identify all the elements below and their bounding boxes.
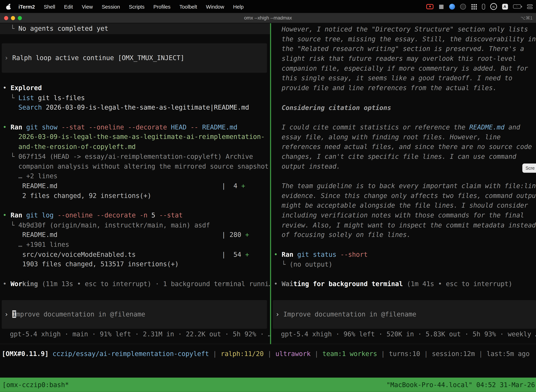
text-segment: git show — [26, 123, 57, 131]
text-segment: + — [241, 182, 245, 190]
text-segment: --stat --oneline --decorate — [61, 123, 167, 131]
text-segment: • — [3, 211, 10, 219]
text-segment: slight risk that future readers may over… — [274, 55, 516, 62]
text-segment: team:1 workers — [322, 350, 377, 357]
text-segment — [54, 211, 57, 219]
tmux-status-bar: [omx-cczip0:bash* "MacBook-Pro-44.local"… — [0, 378, 536, 392]
menu-status-icons: ▦ .61 A ϟ — [426, 3, 533, 10]
menu-item-view[interactable]: View — [82, 4, 93, 9]
blue-app-icon[interactable] — [449, 4, 455, 9]
meter-icon[interactable]: .61 — [490, 3, 497, 10]
text-segment: | — [475, 350, 487, 357]
apple-menu-icon[interactable] — [6, 4, 11, 9]
text-segment: └ — [274, 260, 289, 268]
battery-icon[interactable]: ϟ — [513, 5, 522, 9]
text-segment: README.md — [3, 231, 57, 238]
menu-item-window[interactable]: Window — [206, 4, 224, 9]
grid-app-icon[interactable]: ▦ — [439, 4, 444, 9]
text-segment: ting for background terminal — [293, 280, 403, 288]
text-segment: evidence. Since this change only affects… — [274, 192, 536, 199]
text-segment: The team guideline is to back every impo… — [274, 182, 536, 190]
text-line: the source tree, missing the essay. Stil… — [274, 34, 536, 44]
control-center-icon[interactable] — [527, 4, 532, 9]
menu-item-scripts[interactable]: Scripts — [129, 4, 144, 9]
prompt-input-left[interactable]: › Improve documentation in @filename — [2, 300, 267, 329]
text-segment: session:12m — [432, 350, 475, 357]
text-line: • Waiting for background terminal (1m 41… — [274, 279, 536, 289]
text-segment: including verification notes with those … — [274, 211, 524, 219]
text-segment — [147, 211, 151, 219]
text-line: [OMX#0.11.9] cczip/essay/ai-reimplementa… — [2, 349, 536, 359]
text-line: • Working (11m 13s • esc to interrupt) ·… — [3, 279, 270, 289]
text-segment: README.md — [469, 123, 505, 131]
text-segment: review. Also, I might want to inspect th… — [274, 221, 536, 229]
text-line: └ 4b9d30f (origin/main, instructkr/main,… — [3, 220, 270, 230]
prompt-input-right[interactable]: › Improve documentation in @filename — [273, 300, 536, 329]
text-segment — [167, 123, 171, 131]
text-segment — [155, 211, 159, 219]
control-center-pill-top — [527, 4, 532, 6]
text-segment: (1m 41s • esc to interrupt) — [407, 280, 512, 288]
text-line: • Explored — [3, 83, 270, 93]
text-line — [3, 112, 270, 122]
terminal-output-left: • Explored └ List git ls-files Search 20… — [0, 83, 270, 289]
text-segment — [3, 133, 19, 140]
pane-right[interactable]: However, I noticed the "Directory Struct… — [271, 23, 536, 344]
menu-item-help[interactable]: Help — [233, 4, 244, 9]
text-segment: 5 — [151, 211, 155, 219]
terminal-output-right: However, I noticed the "Directory Struct… — [271, 24, 536, 289]
text-segment: • — [274, 280, 282, 288]
dark-circle-app-icon[interactable] — [460, 4, 466, 9]
text-line: the "Related research writing" section i… — [274, 44, 536, 54]
text-segment: | 280 — [222, 231, 245, 238]
text-line: › Improve documentation in @filename — [276, 309, 536, 319]
text-line: provide file and line references from th… — [274, 83, 536, 93]
text-segment: last:5m ago — [487, 350, 530, 357]
text-segment: 1903 files changed, 513517 insertions(+) — [3, 260, 179, 268]
screen-recording-icon[interactable] — [426, 4, 434, 9]
text-segment: --stat — [159, 211, 182, 219]
window-title-bar[interactable]: omx --xhigh --madmax ⌥⌘1 — [0, 13, 536, 23]
text-line: However, I noticed the "Directory Struct… — [274, 24, 536, 34]
text-segment: references need actual files, and since … — [274, 143, 532, 150]
text-segment: Wor — [10, 280, 22, 287]
text-segment: 2 files changed, 92 insertions(+) — [3, 192, 151, 199]
text-segment: Considering citation options — [274, 104, 391, 111]
text-segment: cczip/essay/ai-reimplementation-copyleft — [53, 350, 209, 357]
screen-share-tab[interactable]: Scre — [522, 163, 536, 173]
menu-item-profiles[interactable]: Profiles — [153, 4, 170, 9]
text-segment: › — [5, 54, 12, 61]
text-line: including verification notes with those … — [274, 210, 536, 220]
battery-bolt-icon: ϟ — [516, 5, 518, 8]
text-segment: Ran — [10, 211, 22, 219]
text-segment: gpt-5.4 xhigh · main · 91% left · 2.31M … — [2, 330, 270, 338]
text-segment: --oneline --decorate -n — [57, 211, 147, 219]
menu-item-iterm2[interactable]: iTerm2 — [19, 4, 35, 9]
menu-item-session[interactable]: Session — [102, 4, 120, 9]
pill-app-icon[interactable] — [482, 4, 485, 9]
text-line: references need actual files, and since … — [274, 142, 536, 152]
text-segment: Ran — [10, 123, 22, 131]
text-line: 1903 files changed, 513517 insertions(+) — [3, 259, 270, 269]
text-segment: ralph:11/20 — [221, 350, 264, 357]
text-line: changes, I can't cite specific file line… — [274, 152, 536, 161]
text-line: › Improve documentation in @filename — [5, 309, 267, 319]
pane-left[interactable]: └ No agents completed yet › Ralph loop a… — [0, 23, 270, 344]
menu-item-edit[interactable]: Edit — [64, 4, 73, 9]
text-line: evidence. Since this change only affects… — [274, 191, 536, 201]
app-grid-icon[interactable] — [471, 4, 477, 9]
text-segment: this single essay, it seems like a good … — [274, 74, 512, 82]
menu-item-shell[interactable]: Shell — [44, 4, 55, 9]
text-line: companion analysis without altering the … — [3, 161, 270, 171]
text-segment: provide file and line references from th… — [274, 84, 497, 92]
menu-item-toolbelt[interactable]: Toolbelt — [179, 4, 197, 9]
text-segment: turns:10 — [389, 350, 420, 357]
text-segment: git log — [26, 211, 54, 219]
text-segment: might be acceptable alongside the file l… — [274, 202, 528, 209]
agents-status-strip: └ No agents completed yet — [0, 23, 270, 34]
input-source-icon[interactable]: A — [502, 4, 508, 9]
text-line: output instead. — [274, 161, 536, 171]
text-segment — [57, 231, 222, 238]
tmux-session-label[interactable]: [omx-cczip0:bash* — [2, 381, 69, 388]
apple-logo-leaf — [9, 3, 10, 5]
